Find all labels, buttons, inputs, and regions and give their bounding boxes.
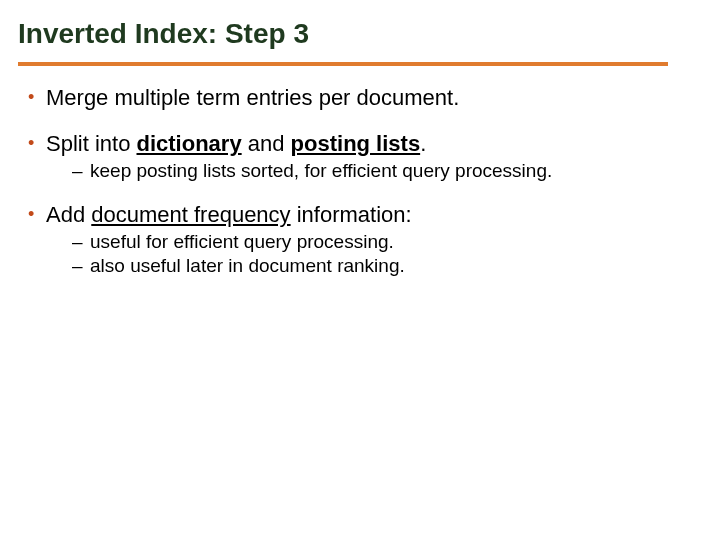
title-divider (18, 62, 668, 66)
bullet-text: Merge multiple term entries per document… (46, 85, 459, 110)
sub-bullet-list: useful for efficient query processing. a… (46, 230, 692, 278)
bullet-item-merge: Merge multiple term entries per document… (18, 84, 692, 112)
text-segment: Split into (46, 131, 137, 156)
sub-bullet-list: keep posting lists sorted, for efficient… (46, 159, 692, 183)
sub-bullet-text: useful for efficient query processing. (90, 231, 394, 252)
text-segment: and (242, 131, 291, 156)
slide: Inverted Index: Step 3 Merge multiple te… (0, 0, 720, 540)
text-segment: Add (46, 202, 91, 227)
emphasis-document-frequency: document frequency (91, 202, 290, 227)
bullet-item-docfreq: Add document frequency information: usef… (18, 201, 692, 278)
bullet-text: Split into dictionary and posting lists. (46, 131, 426, 156)
sub-bullet-text: keep posting lists sorted, for efficient… (90, 160, 552, 181)
sub-bullet-item: keep posting lists sorted, for efficient… (46, 159, 692, 183)
bullet-text: Add document frequency information: (46, 202, 412, 227)
sub-bullet-item: useful for efficient query processing. (46, 230, 692, 254)
emphasis-posting-lists: posting lists (291, 131, 421, 156)
bullet-item-split: Split into dictionary and posting lists.… (18, 130, 692, 183)
emphasis-dictionary: dictionary (137, 131, 242, 156)
sub-bullet-text: also useful later in document ranking. (90, 255, 405, 276)
text-segment: . (420, 131, 426, 156)
slide-title: Inverted Index: Step 3 (18, 18, 692, 50)
text-segment: information: (291, 202, 412, 227)
bullet-list: Merge multiple term entries per document… (18, 84, 692, 278)
sub-bullet-item: also useful later in document ranking. (46, 254, 692, 278)
